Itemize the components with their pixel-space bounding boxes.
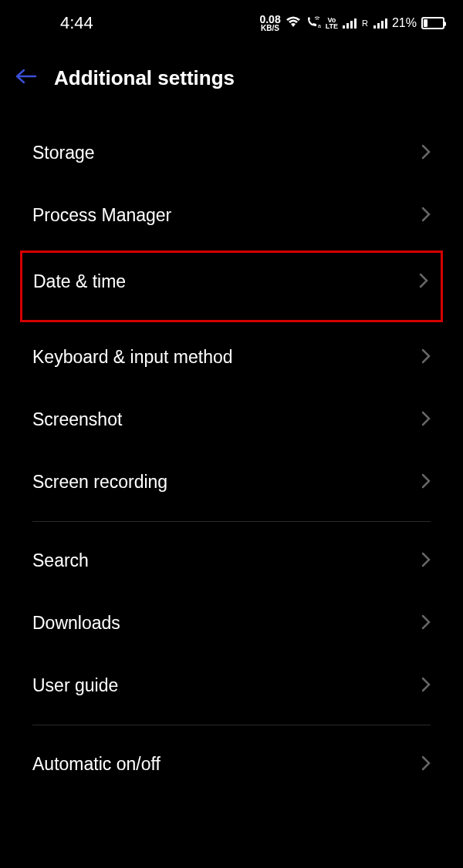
- chevron-right-icon: [421, 207, 431, 225]
- chevron-right-icon: [421, 473, 431, 492]
- divider: [32, 521, 431, 522]
- signal-icon-2: [373, 19, 387, 29]
- setting-label: Downloads: [32, 613, 120, 634]
- setting-item-user-guide[interactable]: User guide: [0, 654, 463, 717]
- wifi-calling-icon: a: [306, 16, 321, 31]
- chevron-right-icon: [421, 144, 431, 163]
- signal-icon-1: [343, 19, 357, 29]
- back-arrow-icon[interactable]: [15, 65, 37, 91]
- setting-label: Screenshot: [32, 409, 122, 430]
- setting-item-screenshot[interactable]: Screenshot: [0, 389, 463, 451]
- header: Additional settings: [0, 43, 463, 122]
- setting-label: Screen recording: [32, 472, 167, 493]
- setting-label: Process Manager: [32, 205, 171, 226]
- settings-list: Storage Process Manager Date & time Keyb…: [0, 122, 463, 796]
- chevron-right-icon: [421, 677, 431, 695]
- status-bar: 4:44 0.08 KB/S a Vo LTE R 21%: [0, 0, 463, 43]
- setting-item-downloads[interactable]: Downloads: [0, 592, 463, 654]
- setting-label: Automatic on/off: [32, 754, 161, 775]
- setting-item-date-time[interactable]: Date & time: [20, 251, 443, 322]
- volte-icon: Vo LTE: [326, 17, 338, 29]
- setting-label: User guide: [32, 675, 118, 696]
- battery-icon: [421, 17, 444, 29]
- setting-label: Keyboard & input method: [32, 347, 233, 368]
- network-speed-icon: 0.08 KB/S: [259, 14, 280, 32]
- chevron-right-icon: [419, 273, 428, 291]
- page-title: Additional settings: [54, 66, 235, 90]
- battery-percent: 21%: [392, 16, 417, 30]
- chevron-right-icon: [421, 552, 431, 570]
- status-indicators: 0.08 KB/S a Vo LTE R 21%: [259, 14, 444, 32]
- chevron-right-icon: [421, 411, 431, 429]
- chevron-right-icon: [421, 614, 431, 633]
- divider: [32, 725, 431, 725]
- chevron-right-icon: [421, 755, 431, 774]
- setting-item-screen-recording[interactable]: Screen recording: [0, 451, 463, 513]
- setting-item-keyboard-input[interactable]: Keyboard & input method: [0, 326, 463, 389]
- setting-item-storage[interactable]: Storage: [0, 122, 463, 184]
- setting-label: Search: [32, 550, 89, 571]
- wifi-icon: [286, 16, 301, 31]
- status-time: 4:44: [19, 13, 93, 33]
- setting-item-search[interactable]: Search: [0, 530, 463, 592]
- setting-item-automatic-onoff[interactable]: Automatic on/off: [0, 733, 463, 796]
- setting-label: Storage: [32, 143, 95, 163]
- roaming-indicator: R: [362, 19, 368, 28]
- chevron-right-icon: [421, 348, 431, 367]
- setting-label: Date & time: [33, 271, 126, 292]
- svg-text:a: a: [318, 23, 321, 29]
- setting-item-process-manager[interactable]: Process Manager: [0, 184, 463, 247]
